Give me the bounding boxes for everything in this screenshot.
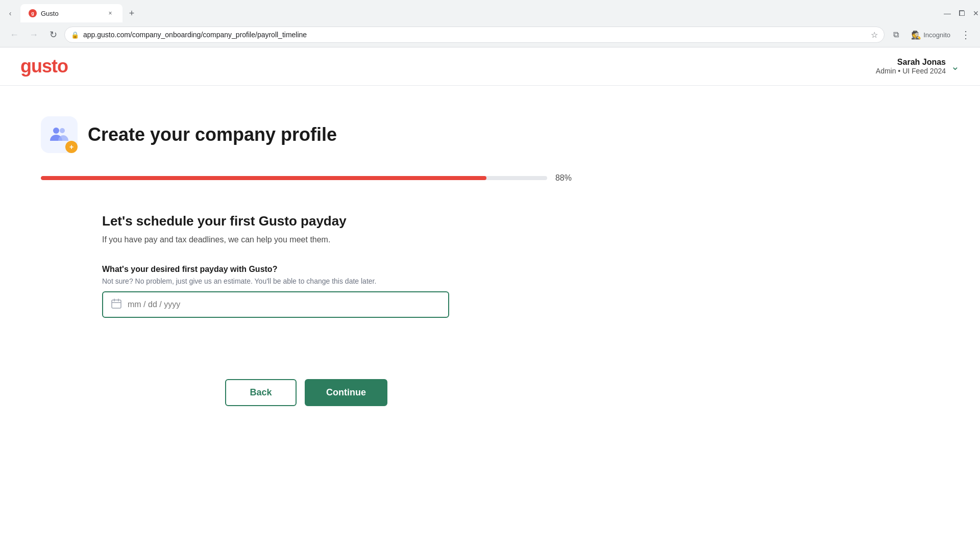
user-menu-chevron-icon: ⌄ bbox=[951, 60, 960, 72]
minimize-button[interactable]: — bbox=[943, 9, 951, 17]
new-tab-button[interactable]: + bbox=[125, 6, 139, 20]
nav-buttons: Back Continue bbox=[41, 379, 572, 406]
bookmark-icon[interactable]: ☆ bbox=[871, 30, 878, 40]
tab-title: Gusto bbox=[41, 10, 102, 17]
tab-close-button[interactable]: × bbox=[106, 9, 114, 17]
date-input[interactable] bbox=[128, 300, 440, 309]
address-bar[interactable]: 🔒 app.gusto.com/company_onboarding/compa… bbox=[64, 27, 885, 43]
lock-icon: 🔒 bbox=[71, 31, 79, 39]
continue-button[interactable]: Continue bbox=[305, 379, 387, 406]
svg-rect-2 bbox=[112, 300, 121, 308]
page-icon-badge: + bbox=[65, 141, 78, 153]
svg-point-0 bbox=[53, 128, 59, 134]
extensions-icon[interactable]: ⧉ bbox=[888, 27, 904, 43]
user-menu[interactable]: Sarah Jonas Admin • UI Feed 2024 ⌄ bbox=[876, 58, 960, 75]
svg-point-1 bbox=[60, 128, 65, 133]
maximize-button[interactable]: ⧠ bbox=[958, 9, 966, 17]
refresh-button[interactable]: ↻ bbox=[45, 27, 61, 43]
browser-menu-button[interactable]: ⋮ bbox=[958, 27, 974, 43]
progress-section: 88% bbox=[41, 173, 572, 183]
progress-percent: 88% bbox=[555, 173, 572, 183]
user-name: Sarah Jonas bbox=[876, 58, 946, 67]
incognito-label: Incognito bbox=[923, 31, 950, 39]
main-content: + Create your company profile 88% Let's … bbox=[0, 86, 612, 437]
incognito-icon: 🕵 bbox=[911, 30, 921, 40]
forward-nav-button[interactable]: → bbox=[26, 27, 42, 43]
page-icon: + bbox=[41, 116, 78, 153]
date-input-wrapper[interactable] bbox=[102, 291, 449, 318]
gusto-logo: gusto bbox=[20, 56, 68, 77]
form-subtext: If you have pay and tax deadlines, we ca… bbox=[102, 235, 490, 244]
tab-favicon: g bbox=[29, 9, 37, 17]
app-header: gusto Sarah Jonas Admin • UI Feed 2024 ⌄ bbox=[0, 47, 980, 86]
user-role: Admin • UI Feed 2024 bbox=[876, 67, 946, 75]
form-heading: Let's schedule your first Gusto payday bbox=[102, 213, 490, 229]
tab-back-arrow[interactable]: ‹ bbox=[2, 5, 18, 21]
progress-bar-fill bbox=[41, 176, 486, 180]
page-header: + Create your company profile bbox=[41, 116, 572, 153]
date-field-label: What's your desired first payday with Gu… bbox=[102, 265, 490, 274]
close-window-button[interactable]: ✕ bbox=[972, 9, 980, 17]
page-title: Create your company profile bbox=[88, 124, 337, 145]
active-tab[interactable]: g Gusto × bbox=[20, 4, 122, 22]
date-field-hint: Not sure? No problem, just give us an es… bbox=[102, 277, 490, 285]
calendar-icon bbox=[111, 298, 121, 311]
back-button[interactable]: Back bbox=[225, 379, 297, 406]
url-text: app.gusto.com/company_onboarding/company… bbox=[83, 31, 867, 39]
form-section: Let's schedule your first Gusto payday I… bbox=[102, 213, 490, 318]
incognito-button[interactable]: 🕵 Incognito bbox=[906, 28, 955, 42]
progress-bar bbox=[41, 176, 547, 180]
back-nav-button[interactable]: ← bbox=[6, 27, 22, 43]
